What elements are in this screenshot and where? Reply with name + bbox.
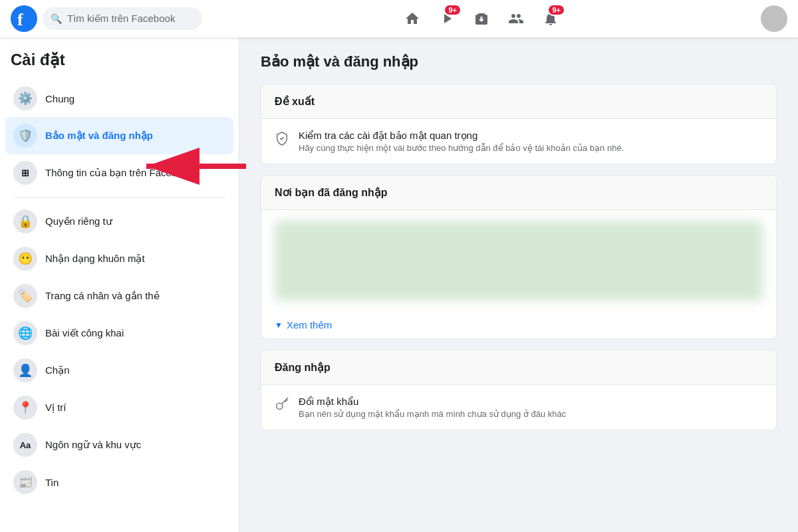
sidebar-item-chan-label: Chặn (45, 364, 70, 376)
user-avatar[interactable] (761, 5, 787, 32)
trang-ca-nhan-icon: 🏷️ (13, 284, 37, 308)
notifications-badge: 9+ (547, 4, 565, 16)
noi-dang-nhap-card: Nơi bạn đã đăng nhập ▼ Xem thêm (261, 175, 777, 339)
vi-tri-icon: 📍 (13, 396, 37, 420)
sidebar-item-trang-ca-nhan[interactable]: 🏷️ Trang cá nhân và gắn thẻ (5, 277, 233, 315)
svg-line-5 (285, 401, 287, 402)
sidebar-item-thong-tin[interactable]: ⊞ Thông tin của bạn trên Facebook (5, 154, 233, 192)
sidebar-item-nhan-dang-label: Nhận dạng khuôn mặt (45, 253, 145, 265)
de-xuat-title: Kiểm tra các cài đặt bảo mật quan trọng (299, 130, 763, 142)
sidebar-item-quyen-rieng-tu[interactable]: 🔒 Quyền riêng tư (5, 203, 233, 240)
sidebar-item-trang-ca-nhan-label: Trang cá nhân và gắn thẻ (45, 290, 160, 302)
nav-right (761, 5, 787, 32)
see-more-button[interactable]: ▼ Xem thêm (261, 311, 776, 338)
bao-mat-icon: 🛡️ (13, 124, 37, 148)
svg-point-2 (277, 403, 283, 409)
sidebar-item-bai-viet-label: Bài viết công khai (45, 327, 124, 339)
sidebar-item-bao-mat[interactable]: 🛡️ Bảo mật và đăng nhập (5, 117, 233, 154)
video-nav-button[interactable]: 9+ (431, 3, 463, 35)
sidebar-item-ngon-ngu[interactable]: Aa Ngôn ngữ và khu vực (5, 426, 233, 464)
doi-mat-khau-row[interactable]: Đổi mật khẩu Bạn nên sử dụng mật khẩu mạ… (261, 385, 776, 430)
sidebar-item-chung-label: Chung (45, 93, 74, 104)
chung-icon: ⚙️ (13, 86, 37, 110)
blurred-login-info (275, 221, 763, 301)
page-layout: Cài đặt ⚙️ Chung 🛡️ Bảo mật và đăng nhập… (0, 37, 798, 532)
ngon-ngu-icon: Aa (13, 433, 37, 457)
sidebar-item-ngon-ngu-label: Ngôn ngữ và khu vực (45, 439, 141, 451)
main-content: Bảo mật và đăng nhập Đề xuất Kiểm tra cá… (239, 37, 798, 532)
quyen-rieng-tu-icon: 🔒 (13, 209, 37, 233)
svg-point-0 (11, 5, 37, 32)
nhan-dang-icon: 😶 (13, 247, 37, 271)
de-xuat-content: Kiểm tra các cài đặt bảo mật quan trọng … (299, 130, 763, 153)
nav-left: f 🔍 Tìm kiếm trên Facebook (11, 5, 202, 32)
thong-tin-icon: ⊞ (13, 161, 37, 185)
sidebar-item-tin-label: Tin (45, 477, 59, 488)
home-nav-button[interactable] (396, 3, 428, 35)
check-shield-icon (275, 131, 289, 149)
sidebar-item-vi-tri[interactable]: 📍 Vị trí (5, 389, 233, 426)
svg-line-4 (286, 400, 287, 401)
noi-dang-nhap-header: Nơi bạn đã đăng nhập (261, 176, 776, 210)
dang-nhap-card: Đăng nhập Đổi mật khẩu Bạn nên sử dụng m… (261, 350, 777, 430)
key-icon (275, 397, 289, 415)
settings-sidebar: Cài đặt ⚙️ Chung 🛡️ Bảo mật và đăng nhập… (0, 37, 239, 532)
tin-icon: 📰 (13, 470, 37, 494)
sidebar-item-thong-tin-label: Thông tin của bạn trên Facebook (45, 167, 193, 179)
chan-icon: 👤 (13, 358, 37, 382)
facebook-logo[interactable]: f (11, 5, 37, 32)
de-xuat-card: Đề xuất Kiểm tra các cài đặt bảo mật qua… (261, 84, 777, 164)
notifications-nav-button[interactable]: 9+ (535, 3, 567, 35)
sidebar-title: Cài đặt (5, 51, 233, 80)
sidebar-item-nhan-dang[interactable]: 😶 Nhận dạng khuôn mặt (5, 240, 233, 277)
see-more-label: Xem thêm (287, 319, 332, 331)
search-icon: 🔍 (51, 13, 62, 24)
store-nav-button[interactable] (466, 3, 497, 35)
people-nav-button[interactable] (500, 3, 532, 35)
de-xuat-row-1[interactable]: Kiểm tra các cài đặt bảo mật quan trọng … (261, 119, 776, 164)
doi-mat-khau-content: Đổi mật khẩu Bạn nên sử dụng mật khẩu mạ… (299, 396, 763, 419)
video-badge: 9+ (444, 4, 462, 16)
de-xuat-subtitle: Hãy cùng thực hiện một vài bước theo hướ… (299, 143, 763, 153)
search-bar[interactable]: 🔍 Tìm kiếm trên Facebook (43, 7, 202, 30)
doi-mat-khau-title: Đổi mật khẩu (299, 396, 763, 408)
top-navigation: f 🔍 Tìm kiếm trên Facebook 9+ 9+ (0, 0, 798, 37)
svg-text:f: f (17, 10, 23, 29)
nav-center: 9+ 9+ (207, 3, 755, 35)
sidebar-item-bao-mat-label: Bảo mật và đăng nhập (45, 130, 153, 142)
sidebar-item-bai-viet[interactable]: 🌐 Bài viết công khai (5, 315, 233, 352)
sidebar-item-chan[interactable]: 👤 Chặn (5, 352, 233, 389)
bai-viet-icon: 🌐 (13, 321, 37, 345)
chevron-down-icon: ▼ (275, 321, 283, 330)
sidebar-divider-1 (13, 197, 225, 198)
sidebar-item-chung[interactable]: ⚙️ Chung (5, 80, 233, 117)
main-title: Bảo mật và đăng nhập (261, 53, 777, 70)
search-placeholder: Tìm kiếm trên Facebook (67, 13, 175, 25)
sidebar-item-tin[interactable]: 📰 Tin (5, 464, 233, 501)
dang-nhap-header: Đăng nhập (261, 350, 776, 385)
sidebar-item-vi-tri-label: Vị trí (45, 402, 66, 414)
de-xuat-header: Đề xuất (261, 84, 776, 119)
doi-mat-khau-subtitle: Bạn nên sử dụng mật khẩu mạnh mà mình ch… (299, 409, 763, 419)
sidebar-item-quyen-rieng-tu-label: Quyền riêng tư (45, 215, 112, 227)
blurred-section (261, 210, 776, 311)
